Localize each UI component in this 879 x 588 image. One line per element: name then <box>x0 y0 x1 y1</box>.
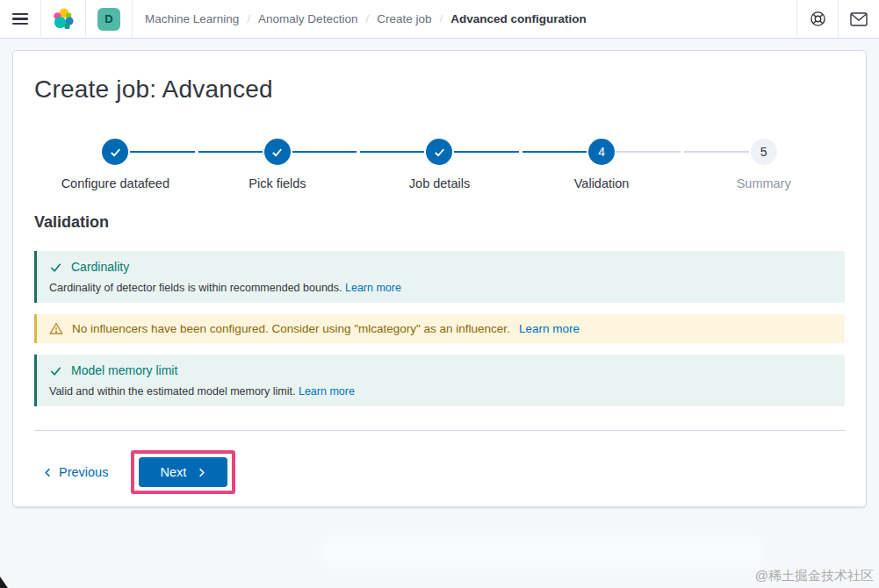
step-configure-datafeed: Configure datafeed <box>34 139 197 190</box>
help-icon <box>810 11 826 27</box>
step-5-circle[interactable]: 5 <box>751 139 777 165</box>
page-title: Create job: Advanced <box>34 75 845 104</box>
step-3-circle[interactable] <box>426 139 452 165</box>
check-icon <box>109 146 122 159</box>
callout-title: Model memory limit <box>71 363 177 377</box>
create-job-panel: Create job: Advanced Configure datafeed … <box>12 50 867 507</box>
callout-influencers-warning: No influencers have been configured. Con… <box>34 314 845 343</box>
divider <box>34 430 845 431</box>
blurred-watermark <box>321 537 764 567</box>
next-button[interactable]: Next <box>139 457 227 487</box>
step-1-label: Configure datafeed <box>34 176 197 190</box>
callout-body-text: Valid and within the estimated model mem… <box>49 385 295 398</box>
breadcrumb-anomaly-detection[interactable]: Anomaly Detection <box>258 12 357 25</box>
menu-button[interactable] <box>0 0 40 39</box>
wizard-stepper: Configure datafeed Pick fields Job detai… <box>34 139 845 190</box>
callout-body-text: Cardinality of detector fields is within… <box>49 282 342 294</box>
callout-title-row: Cardinality <box>49 260 832 274</box>
step-2-circle[interactable] <box>264 139 291 165</box>
chevron-left-icon <box>43 468 53 477</box>
wizard-footer-nav: Previous Next <box>34 450 845 494</box>
help-button[interactable] <box>797 0 838 39</box>
callout-model-memory-limit: Model memory limit Valid and within the … <box>34 355 845 406</box>
step-2-label: Pick fields <box>197 176 359 190</box>
breadcrumb: Machine Learning / Anomaly Detection / C… <box>145 12 587 25</box>
divider <box>132 0 133 39</box>
previous-button[interactable]: Previous <box>43 465 108 479</box>
breadcrumb-separator: / <box>365 12 369 25</box>
warning-text: No influencers have been configured. Con… <box>72 322 510 335</box>
chevron-right-icon <box>197 468 206 477</box>
callout-body: Cardinality of detector fields is within… <box>49 282 832 294</box>
step-validation: 4 Validation <box>521 139 683 190</box>
step-3-label: Job details <box>358 176 521 190</box>
mail-icon <box>850 12 868 26</box>
annotation-highlight-box: Next <box>131 450 235 494</box>
learn-more-link[interactable]: Learn more <box>519 322 580 335</box>
section-heading-validation: Validation <box>34 213 845 232</box>
breadcrumb-create-job[interactable]: Create job <box>377 12 431 25</box>
breadcrumb-advanced-configuration: Advanced configuration <box>450 12 587 25</box>
mouse-cursor <box>0 577 8 588</box>
warning-row: No influencers have been configured. Con… <box>49 322 832 335</box>
warning-icon <box>49 322 63 335</box>
elastic-logo-button[interactable] <box>41 0 85 39</box>
breadcrumb-separator: / <box>247 12 250 25</box>
step-1-circle[interactable] <box>102 139 128 165</box>
previous-label: Previous <box>59 465 108 479</box>
check-icon <box>270 146 284 159</box>
step-job-details: Job details <box>358 139 521 190</box>
step-pick-fields: Pick fields <box>197 139 359 190</box>
check-icon <box>433 146 446 159</box>
check-icon <box>49 261 62 274</box>
step-summary: 5 Summary <box>682 139 845 190</box>
space-avatar[interactable]: D <box>97 8 120 31</box>
check-icon <box>49 364 62 377</box>
callout-body: Valid and within the estimated model mem… <box>49 385 832 398</box>
hamburger-icon <box>12 13 28 25</box>
learn-more-link[interactable]: Learn more <box>345 282 401 294</box>
top-navigation-bar: D Machine Learning / Anomaly Detection /… <box>0 0 879 39</box>
newsfeed-button[interactable] <box>839 0 879 39</box>
step-5-label: Summary <box>682 176 845 190</box>
breadcrumb-separator: / <box>439 12 443 25</box>
elastic-logo-icon <box>51 7 76 32</box>
next-label: Next <box>160 465 186 479</box>
breadcrumb-machine-learning[interactable]: Machine Learning <box>145 12 239 25</box>
step-4-circle[interactable]: 4 <box>588 139 615 165</box>
callout-cardinality: Cardinality Cardinality of detector fiel… <box>34 251 845 303</box>
learn-more-link[interactable]: Learn more <box>299 385 355 398</box>
step-4-label: Validation <box>521 176 683 190</box>
callout-title-row: Model memory limit <box>49 363 832 377</box>
watermark-text: @稀土掘金技术社区 <box>755 568 874 584</box>
callout-title: Cardinality <box>71 260 129 274</box>
